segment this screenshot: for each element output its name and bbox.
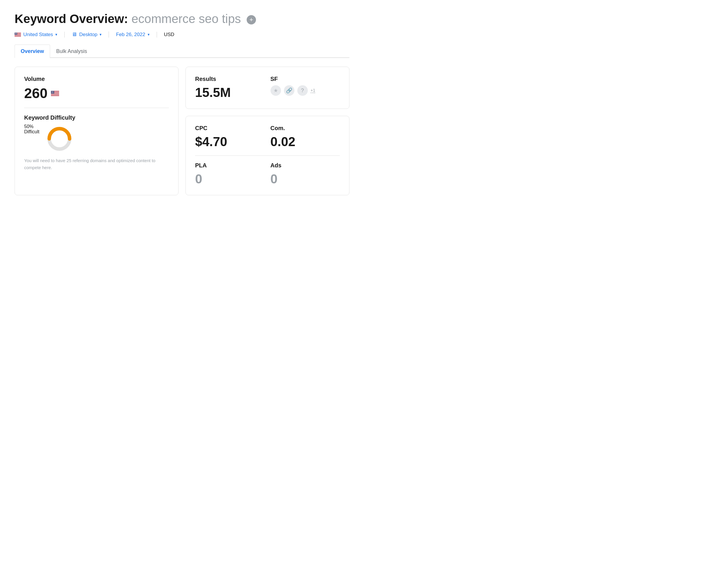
currency-label: USD bbox=[164, 32, 175, 37]
svg-point-60 bbox=[53, 93, 53, 93]
svg-point-61 bbox=[53, 93, 54, 93]
tab-bulk-analysis[interactable]: Bulk Analysis bbox=[50, 45, 93, 58]
svg-point-50 bbox=[52, 92, 53, 92]
kd-info: Keyword Difficulty bbox=[24, 114, 169, 121]
svg-point-43 bbox=[53, 91, 54, 91]
sf-plus-count: +1 bbox=[311, 88, 315, 93]
date-chevron-icon: ▾ bbox=[148, 32, 150, 37]
com-value: 0.02 bbox=[270, 134, 340, 149]
volume-divider bbox=[24, 108, 169, 108]
svg-point-9 bbox=[16, 33, 16, 33]
svg-point-55 bbox=[53, 92, 53, 92]
svg-point-59 bbox=[52, 93, 53, 93]
add-keyword-button[interactable]: + bbox=[246, 15, 256, 24]
svg-point-52 bbox=[53, 92, 54, 92]
svg-point-12 bbox=[17, 33, 17, 33]
device-label: Desktop bbox=[79, 32, 97, 37]
us-flag-icon bbox=[15, 33, 21, 37]
svg-point-53 bbox=[52, 92, 52, 92]
pla-value: 0 bbox=[195, 172, 265, 186]
svg-point-15 bbox=[16, 33, 16, 33]
filter-bar: United States ▾ 🖥 Desktop ▾ Feb 26, 2022… bbox=[15, 31, 349, 37]
question-icon: ? bbox=[297, 85, 308, 96]
page-header: Keyword Overview: ecommerce seo tips + bbox=[15, 11, 349, 58]
svg-point-27 bbox=[16, 34, 16, 34]
svg-rect-36 bbox=[51, 94, 59, 95]
cards-container: Volume 260 bbox=[15, 67, 349, 195]
sf-label: SF bbox=[270, 76, 340, 82]
link-icon: 🔗 bbox=[284, 85, 294, 96]
date-filter[interactable]: Feb 26, 2022 ▾ bbox=[116, 32, 157, 37]
svg-point-24 bbox=[16, 34, 16, 34]
kd-sublabel: Difficult bbox=[24, 129, 39, 134]
svg-point-25 bbox=[16, 34, 17, 34]
title-prefix: Keyword Overview: bbox=[15, 12, 128, 26]
cpc-com-row: CPC $4.70 Com. 0.02 bbox=[195, 125, 340, 149]
pla-ads-row: PLA 0 Ads 0 bbox=[195, 162, 340, 186]
right-column: Results 15.5M SF ★ 🔗 ? +1 CPC bbox=[185, 67, 349, 195]
com-group: Com. 0.02 bbox=[270, 125, 340, 149]
sf-group: SF ★ 🔗 ? +1 bbox=[270, 76, 340, 100]
svg-point-18 bbox=[16, 33, 16, 34]
title-keyword: ecommerce seo tips bbox=[131, 12, 241, 26]
donut-chart bbox=[46, 126, 73, 152]
kd-label: Keyword Difficulty bbox=[24, 114, 169, 121]
results-label: Results bbox=[195, 76, 265, 82]
svg-point-44 bbox=[52, 91, 52, 92]
device-filter[interactable]: 🖥 Desktop ▾ bbox=[72, 31, 109, 37]
svg-point-29 bbox=[16, 34, 17, 34]
svg-point-46 bbox=[53, 91, 53, 92]
svg-point-11 bbox=[16, 33, 17, 33]
volume-section: Volume 260 bbox=[24, 76, 169, 101]
volume-card: Volume 260 bbox=[15, 67, 179, 195]
cpc-card: CPC $4.70 Com. 0.02 PLA 0 Ads 0 bbox=[185, 116, 349, 195]
svg-point-42 bbox=[53, 91, 53, 91]
kd-values: 50% Difficult bbox=[24, 124, 39, 134]
svg-point-8 bbox=[15, 33, 15, 33]
kd-percent-value: 50% bbox=[24, 124, 39, 129]
currency-filter: USD bbox=[164, 32, 181, 37]
volume-value: 260 bbox=[24, 85, 169, 101]
kd-section: 50% Difficult bbox=[24, 124, 169, 152]
svg-point-22 bbox=[15, 34, 16, 34]
device-chevron-icon: ▾ bbox=[100, 32, 102, 37]
country-filter[interactable]: United States ▾ bbox=[15, 32, 64, 37]
cpc-label: CPC bbox=[195, 125, 265, 132]
svg-rect-5 bbox=[15, 35, 21, 36]
ads-group: Ads 0 bbox=[270, 162, 340, 186]
donut-svg bbox=[46, 126, 73, 152]
country-label: United States bbox=[23, 32, 53, 37]
volume-label: Volume bbox=[24, 76, 169, 82]
svg-point-47 bbox=[53, 91, 54, 92]
ads-label: Ads bbox=[270, 162, 340, 169]
desktop-icon: 🖥 bbox=[72, 31, 77, 37]
svg-point-14 bbox=[16, 33, 16, 33]
cpc-value: $4.70 bbox=[195, 134, 265, 149]
cpc-group: CPC $4.70 bbox=[195, 125, 265, 149]
com-label: Com. bbox=[270, 125, 340, 132]
svg-point-51 bbox=[53, 92, 53, 92]
svg-point-13 bbox=[15, 33, 16, 33]
results-group: Results 15.5M bbox=[195, 76, 265, 100]
pla-group: PLA 0 bbox=[195, 162, 265, 186]
svg-point-23 bbox=[16, 34, 16, 34]
svg-point-56 bbox=[53, 92, 54, 92]
page-title: Keyword Overview: ecommerce seo tips + bbox=[15, 11, 349, 26]
results-card: Results 15.5M SF ★ 🔗 ? +1 bbox=[185, 67, 349, 109]
svg-rect-37 bbox=[51, 95, 59, 96]
results-value: 15.5M bbox=[195, 85, 265, 100]
svg-point-17 bbox=[15, 33, 15, 34]
svg-point-54 bbox=[52, 92, 52, 92]
date-label: Feb 26, 2022 bbox=[116, 32, 145, 37]
svg-point-39 bbox=[51, 91, 52, 91]
keyword-difficulty-section: Keyword Difficulty 50% Difficult bbox=[24, 114, 169, 171]
kd-description: You will need to have 25 referring domai… bbox=[24, 157, 169, 171]
svg-point-26 bbox=[15, 34, 15, 34]
tabs: Overview Bulk Analysis bbox=[15, 45, 349, 58]
cpc-divider bbox=[195, 155, 340, 156]
tab-overview[interactable]: Overview bbox=[15, 45, 50, 58]
country-chevron-icon: ▾ bbox=[55, 32, 57, 37]
pla-label: PLA bbox=[195, 162, 265, 169]
sf-icons: ★ 🔗 ? +1 bbox=[270, 85, 340, 96]
svg-rect-6 bbox=[15, 36, 21, 36]
